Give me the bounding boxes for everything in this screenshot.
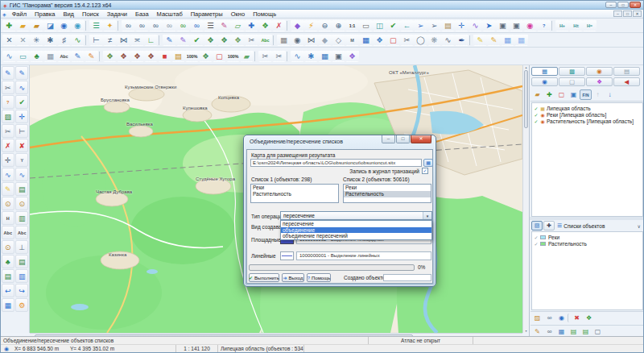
abc-label-icon[interactable]: Abc (57, 50, 71, 62)
draw-orange-icon[interactable]: ✎ (85, 50, 98, 62)
separator[interactable] (254, 52, 258, 61)
text-abc2-icon[interactable]: Abc (15, 226, 28, 239)
separator[interactable] (287, 52, 290, 61)
scroll-up-icon[interactable]: ▴ (524, 65, 527, 69)
scale-1-1-icon[interactable]: 1:1 (345, 19, 359, 31)
print-icon[interactable]: ▣ (496, 19, 510, 31)
delete-object-icon[interactable]: ✗ (2, 139, 14, 152)
scale-sign-icon[interactable]: М (345, 34, 359, 46)
panorama-view-icon[interactable]: ◉ (291, 34, 304, 46)
move-node-icon[interactable]: ✳ (30, 34, 43, 46)
help-cursor-icon[interactable]: ? (537, 19, 551, 31)
menu-item[interactable]: Помощь (249, 10, 280, 18)
move-object-icon[interactable]: ✛ (15, 110, 28, 123)
print-area-icon[interactable]: ▣ (510, 19, 523, 31)
table-view-icon[interactable]: ▦ (555, 326, 568, 337)
cross-objects-icon[interactable]: ≠ (103, 34, 117, 46)
money-icon[interactable]: ▤ (15, 182, 28, 196)
split-object-icon[interactable]: ⋈ (117, 34, 130, 46)
separator[interactable] (287, 21, 290, 31)
menu-item[interactable]: Правка (31, 10, 59, 18)
lamp-icon[interactable]: ⊙ (2, 240, 14, 254)
exit-button[interactable]: ➜ Выход (282, 273, 304, 282)
move-down-icon[interactable]: ↓ (604, 89, 616, 100)
remove-list-icon[interactable]: ▢ (555, 89, 568, 100)
finish-object-icon[interactable]: ✔ (15, 95, 28, 109)
menu-item[interactable]: Окно (227, 10, 249, 18)
dialog-minimize-button[interactable]: – (382, 135, 395, 143)
marker-yellow2-icon[interactable]: ✎ (487, 34, 501, 46)
stamp-red3-icon[interactable]: ❖ (144, 50, 158, 62)
draw-blue-icon[interactable]: ✎ (71, 50, 85, 62)
fit-extent-icon[interactable]: ▭ (359, 19, 373, 31)
scroll-down-icon[interactable]: ▾ (524, 329, 527, 333)
spline-icon[interactable]: ∿ (2, 168, 14, 181)
topology-icon[interactable]: ♯ (57, 34, 71, 46)
map-legend-icon[interactable]: ✦ (103, 19, 117, 31)
ruler-icon[interactable]: ⊢ (15, 124, 28, 138)
lists-visibility-toggle[interactable]: ▨ (531, 221, 543, 230)
tab-image[interactable]: ▩ (559, 67, 585, 76)
back-icon[interactable]: ← (400, 19, 414, 31)
dialog-title-bar[interactable]: Объединение/пересечение списков – □ ✕ (244, 135, 436, 149)
calc-icon[interactable]: ▦ (43, 50, 57, 62)
map-composition-icon[interactable]: ☰ (89, 19, 103, 31)
linear-style-swatch[interactable] (280, 251, 294, 260)
find-by-name-icon[interactable]: ∞ (149, 19, 163, 31)
open-geoportal-icon[interactable]: ◉ (57, 19, 71, 31)
dropdown-item[interactable]: пересечение (281, 221, 431, 227)
book-icon[interactable]: ▥ (15, 211, 28, 225)
height-equal-icon[interactable]: H= (583, 19, 597, 31)
edit-style-icon[interactable]: ✎ (531, 326, 543, 337)
menu-item[interactable]: Параметры (187, 10, 227, 18)
list-item[interactable]: Реки (344, 185, 431, 191)
select-edit-icon[interactable]: ✎ (217, 19, 231, 31)
fill-style-icon[interactable]: ▨ (2, 110, 14, 123)
separator[interactable] (85, 21, 89, 31)
mirror-icon[interactable]: ⋈ (304, 34, 318, 46)
menu-item[interactable]: Масштаб (153, 10, 187, 18)
draw-line-icon[interactable]: ✎ (15, 66, 28, 80)
browse-button[interactable]: ▦ (423, 159, 433, 167)
add-node-icon[interactable]: ✱ (43, 34, 57, 46)
rosette-icon[interactable]: ❋ (427, 34, 441, 46)
stack-200-icon[interactable]: ❖ (199, 50, 213, 62)
find-object-icon[interactable]: ∞ (122, 19, 135, 31)
copy-site-icon[interactable]: ◉ (71, 19, 85, 31)
separator[interactable] (118, 21, 121, 31)
help-button[interactable]: ? Помощь (307, 273, 331, 282)
selection-list-icon[interactable]: ☰ (204, 19, 217, 31)
select-area-icon[interactable]: ▱ (231, 19, 245, 31)
marker-yellow-icon[interactable]: ✎ (473, 34, 487, 46)
minimize-button[interactable]: – (605, 2, 617, 8)
h-letter-icon[interactable]: H (2, 211, 14, 225)
menu-item[interactable]: Вид (59, 10, 78, 18)
grid-icon[interactable]: ▦ (359, 34, 373, 46)
edit-nodes-icon[interactable]: ✕ (2, 34, 16, 46)
path-frame-icon[interactable]: ▢ (213, 50, 226, 62)
grid-light2-icon[interactable]: ▦ (514, 34, 528, 46)
separator[interactable] (551, 21, 555, 31)
view-3d-icon[interactable]: ◆ (291, 19, 304, 31)
mdi-minimize-button[interactable]: – (613, 10, 622, 17)
split-y-icon[interactable]: Y (15, 153, 28, 167)
tab-doc[interactable]: ▢ (559, 77, 585, 86)
forest-icon[interactable]: ♣ (2, 255, 14, 268)
list-row[interactable]: ✓ Реки (533, 234, 642, 240)
scissors-icon[interactable]: ✂ (258, 50, 272, 62)
pages-icon[interactable]: ▥ (15, 269, 28, 283)
view-list-icon[interactable]: ◉ (555, 313, 568, 323)
right-angle-icon[interactable]: ∟ (144, 34, 158, 46)
color-wheel-icon[interactable]: ◉ (523, 19, 537, 31)
clip-note-icon[interactable]: ✂ (2, 124, 14, 138)
zoom-100-icon[interactable]: 100% (226, 50, 240, 62)
search-objects-icon[interactable]: ∞ (543, 326, 555, 337)
info-object-icon[interactable]: ? (2, 95, 14, 109)
delete-node-icon[interactable]: ✕ (16, 34, 30, 46)
move-map-icon[interactable]: ✛ (455, 19, 469, 31)
mdi-restore-button[interactable]: □ (623, 10, 632, 17)
chevron-down-icon[interactable]: ∨ (638, 223, 643, 229)
fill-red-icon[interactable]: ■ (158, 50, 171, 62)
maximize-button[interactable]: □ (617, 2, 629, 8)
add-list-button[interactable]: ✚ (543, 221, 555, 230)
